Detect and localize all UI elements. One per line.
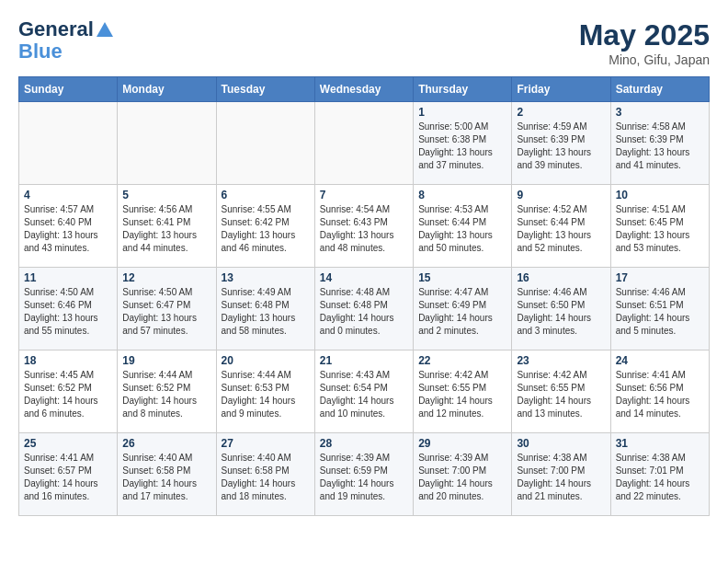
day-number: 3 — [616, 106, 704, 119]
day-info: Sunrise: 4:52 AM Sunset: 6:44 PM Dayligh… — [517, 203, 605, 255]
logo-icon — [95, 20, 115, 40]
day-number: 22 — [418, 354, 506, 367]
calendar-cell: 15Sunrise: 4:47 AM Sunset: 6:49 PM Dayli… — [414, 268, 512, 350]
day-info: Sunrise: 4:49 AM Sunset: 6:48 PM Dayligh… — [222, 286, 310, 338]
calendar-cell: 13Sunrise: 4:49 AM Sunset: 6:48 PM Dayli… — [216, 268, 314, 350]
day-number: 27 — [222, 437, 310, 450]
calendar-cell: 26Sunrise: 4:40 AM Sunset: 6:58 PM Dayli… — [118, 433, 216, 516]
calendar-cell: 10Sunrise: 4:51 AM Sunset: 6:45 PM Dayli… — [610, 185, 709, 268]
day-number: 12 — [122, 271, 210, 284]
day-number: 28 — [320, 437, 408, 450]
day-info: Sunrise: 4:46 AM Sunset: 6:50 PM Dayligh… — [517, 286, 605, 338]
day-info: Sunrise: 4:46 AM Sunset: 6:51 PM Dayligh… — [616, 286, 704, 338]
title-block: May 2025 Mino, Gifu, Japan — [579, 18, 710, 67]
calendar-cell: 28Sunrise: 4:39 AM Sunset: 6:59 PM Dayli… — [314, 433, 413, 516]
calendar-cell: 1Sunrise: 5:00 AM Sunset: 6:38 PM Daylig… — [414, 102, 512, 185]
day-number: 18 — [24, 354, 112, 367]
day-number: 10 — [616, 189, 704, 201]
calendar-cell: 6Sunrise: 4:55 AM Sunset: 6:42 PM Daylig… — [216, 185, 314, 268]
calendar-cell: 2Sunrise: 4:59 AM Sunset: 6:39 PM Daylig… — [512, 102, 610, 185]
weekday-header-saturday: Saturday — [610, 77, 709, 102]
calendar-cell: 16Sunrise: 4:46 AM Sunset: 6:50 PM Dayli… — [512, 268, 610, 350]
logo-blue: Blue — [18, 40, 115, 63]
day-number: 9 — [517, 189, 605, 201]
day-number: 7 — [320, 189, 408, 201]
calendar-cell: 29Sunrise: 4:39 AM Sunset: 7:00 PM Dayli… — [414, 433, 512, 516]
calendar-cell: 25Sunrise: 4:41 AM Sunset: 6:57 PM Dayli… — [19, 433, 118, 516]
day-info: Sunrise: 4:38 AM Sunset: 7:00 PM Dayligh… — [517, 452, 605, 503]
calendar-week-2: 4Sunrise: 4:57 AM Sunset: 6:40 PM Daylig… — [19, 185, 710, 268]
day-number: 30 — [517, 437, 605, 450]
weekday-header-tuesday: Tuesday — [216, 77, 314, 102]
calendar-week-4: 18Sunrise: 4:45 AM Sunset: 6:52 PM Dayli… — [19, 350, 710, 433]
page-header: General Blue May 2025 Mino, Gifu, Japan — [18, 18, 710, 67]
calendar-cell — [19, 102, 118, 185]
svg-marker-0 — [97, 22, 113, 37]
calendar-cell: 5Sunrise: 4:56 AM Sunset: 6:41 PM Daylig… — [118, 185, 216, 268]
day-info: Sunrise: 4:50 AM Sunset: 6:46 PM Dayligh… — [24, 286, 112, 338]
day-info: Sunrise: 4:44 AM Sunset: 6:52 PM Dayligh… — [122, 369, 210, 420]
day-number: 21 — [320, 354, 408, 367]
calendar-cell: 7Sunrise: 4:54 AM Sunset: 6:43 PM Daylig… — [314, 185, 413, 268]
day-number: 25 — [24, 437, 112, 450]
calendar-cell: 19Sunrise: 4:44 AM Sunset: 6:52 PM Dayli… — [118, 350, 216, 433]
calendar-cell: 21Sunrise: 4:43 AM Sunset: 6:54 PM Dayli… — [314, 350, 413, 433]
day-number: 5 — [122, 189, 210, 201]
day-info: Sunrise: 5:00 AM Sunset: 6:38 PM Dayligh… — [418, 121, 506, 172]
calendar-table: SundayMondayTuesdayWednesdayThursdayFrid… — [18, 76, 710, 516]
weekday-header-thursday: Thursday — [414, 77, 512, 102]
calendar-cell: 22Sunrise: 4:42 AM Sunset: 6:55 PM Dayli… — [414, 350, 512, 433]
day-number: 6 — [222, 189, 310, 201]
day-info: Sunrise: 4:50 AM Sunset: 6:47 PM Dayligh… — [122, 286, 210, 338]
day-number: 24 — [616, 354, 704, 367]
day-info: Sunrise: 4:51 AM Sunset: 6:45 PM Dayligh… — [616, 203, 704, 255]
day-info: Sunrise: 4:58 AM Sunset: 6:39 PM Dayligh… — [616, 121, 704, 172]
day-info: Sunrise: 4:38 AM Sunset: 7:01 PM Dayligh… — [616, 452, 704, 503]
day-info: Sunrise: 4:39 AM Sunset: 6:59 PM Dayligh… — [320, 452, 408, 503]
logo-text: General — [18, 18, 115, 40]
calendar-week-3: 11Sunrise: 4:50 AM Sunset: 6:46 PM Dayli… — [19, 268, 710, 350]
calendar-week-1: 1Sunrise: 5:00 AM Sunset: 6:38 PM Daylig… — [19, 102, 710, 185]
day-info: Sunrise: 4:43 AM Sunset: 6:54 PM Dayligh… — [320, 369, 408, 420]
calendar-cell: 23Sunrise: 4:42 AM Sunset: 6:55 PM Dayli… — [512, 350, 610, 433]
day-info: Sunrise: 4:45 AM Sunset: 6:52 PM Dayligh… — [24, 369, 112, 420]
day-number: 11 — [24, 271, 112, 284]
day-info: Sunrise: 4:48 AM Sunset: 6:48 PM Dayligh… — [320, 286, 408, 338]
day-number: 1 — [418, 106, 506, 119]
calendar-cell: 30Sunrise: 4:38 AM Sunset: 7:00 PM Dayli… — [512, 433, 610, 516]
month-title: May 2025 — [579, 18, 710, 52]
calendar-cell: 14Sunrise: 4:48 AM Sunset: 6:48 PM Dayli… — [314, 268, 413, 350]
calendar-cell — [314, 102, 413, 185]
day-number: 31 — [616, 437, 704, 450]
calendar-cell: 8Sunrise: 4:53 AM Sunset: 6:44 PM Daylig… — [414, 185, 512, 268]
day-number: 8 — [418, 189, 506, 201]
day-number: 16 — [517, 271, 605, 284]
day-number: 20 — [222, 354, 310, 367]
calendar-cell: 17Sunrise: 4:46 AM Sunset: 6:51 PM Dayli… — [610, 268, 709, 350]
day-info: Sunrise: 4:42 AM Sunset: 6:55 PM Dayligh… — [418, 369, 506, 420]
day-info: Sunrise: 4:55 AM Sunset: 6:42 PM Dayligh… — [222, 203, 310, 255]
weekday-header-row: SundayMondayTuesdayWednesdayThursdayFrid… — [19, 77, 710, 102]
day-info: Sunrise: 4:57 AM Sunset: 6:40 PM Dayligh… — [24, 203, 112, 255]
day-number: 17 — [616, 271, 704, 284]
day-info: Sunrise: 4:40 AM Sunset: 6:58 PM Dayligh… — [222, 452, 310, 503]
calendar-cell: 18Sunrise: 4:45 AM Sunset: 6:52 PM Dayli… — [19, 350, 118, 433]
calendar-cell: 24Sunrise: 4:41 AM Sunset: 6:56 PM Dayli… — [610, 350, 709, 433]
calendar-cell: 20Sunrise: 4:44 AM Sunset: 6:53 PM Dayli… — [216, 350, 314, 433]
day-info: Sunrise: 4:47 AM Sunset: 6:49 PM Dayligh… — [418, 286, 506, 338]
day-info: Sunrise: 4:41 AM Sunset: 6:57 PM Dayligh… — [24, 452, 112, 503]
day-info: Sunrise: 4:53 AM Sunset: 6:44 PM Dayligh… — [418, 203, 506, 255]
day-number: 23 — [517, 354, 605, 367]
calendar-cell — [216, 102, 314, 185]
day-info: Sunrise: 4:54 AM Sunset: 6:43 PM Dayligh… — [320, 203, 408, 255]
calendar-cell: 27Sunrise: 4:40 AM Sunset: 6:58 PM Dayli… — [216, 433, 314, 516]
logo: General Blue — [18, 18, 115, 63]
weekday-header-sunday: Sunday — [19, 77, 118, 102]
day-info: Sunrise: 4:56 AM Sunset: 6:41 PM Dayligh… — [122, 203, 210, 255]
calendar-cell: 31Sunrise: 4:38 AM Sunset: 7:01 PM Dayli… — [610, 433, 709, 516]
day-number: 13 — [222, 271, 310, 284]
day-info: Sunrise: 4:39 AM Sunset: 7:00 PM Dayligh… — [418, 452, 506, 503]
location: Mino, Gifu, Japan — [579, 52, 710, 67]
calendar-cell: 12Sunrise: 4:50 AM Sunset: 6:47 PM Dayli… — [118, 268, 216, 350]
calendar-week-5: 25Sunrise: 4:41 AM Sunset: 6:57 PM Dayli… — [19, 433, 710, 516]
